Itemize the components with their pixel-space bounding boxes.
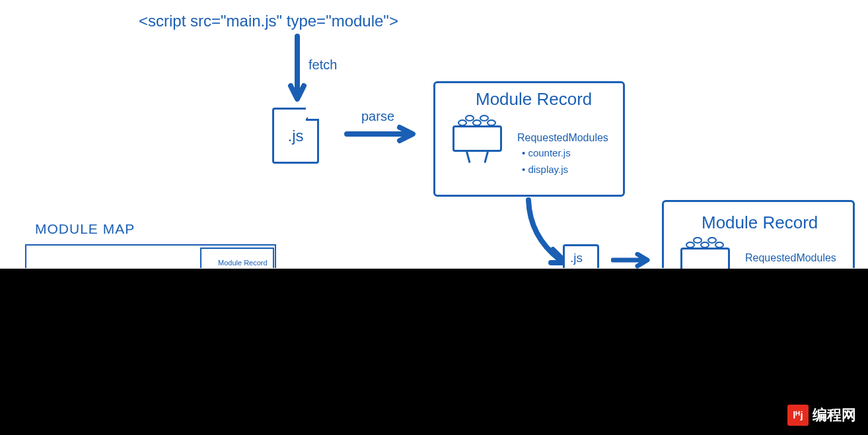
lego-block-icon xyxy=(452,116,502,152)
requested-modules-label-2: RequestedModules xyxy=(745,252,836,264)
watermark: lᴴj 编程网 xyxy=(787,405,856,426)
js-extension-label: .js xyxy=(288,127,304,145)
script-tag-text: <script src="main.js" type="module"> xyxy=(139,12,398,30)
module-record-title: Module Record xyxy=(476,89,592,110)
black-section xyxy=(0,269,868,435)
parse-label: parse xyxy=(361,109,394,124)
fetch-arrow-icon xyxy=(287,33,307,106)
parse-arrow-2-icon xyxy=(611,252,651,269)
watermark-text: 编程网 xyxy=(813,405,856,425)
requested-modules-label: RequestedModules xyxy=(517,132,608,144)
module-map-label: MODULE MAP xyxy=(35,221,135,237)
module-record-title-2: Module Record xyxy=(702,213,818,233)
js-file-icon: .js xyxy=(272,108,319,164)
js-extension-label-2: .js xyxy=(570,251,583,265)
watermark-icon: lᴴj xyxy=(787,405,809,426)
small-module-record-label: Module Record xyxy=(218,259,268,267)
parse-arrow-icon xyxy=(344,124,416,144)
module-bullet-2: • display.js xyxy=(522,164,568,175)
module-bullet-1: • counter.js xyxy=(522,147,571,158)
fetch-label: fetch xyxy=(308,57,337,73)
lego-block-2-icon xyxy=(680,238,730,268)
